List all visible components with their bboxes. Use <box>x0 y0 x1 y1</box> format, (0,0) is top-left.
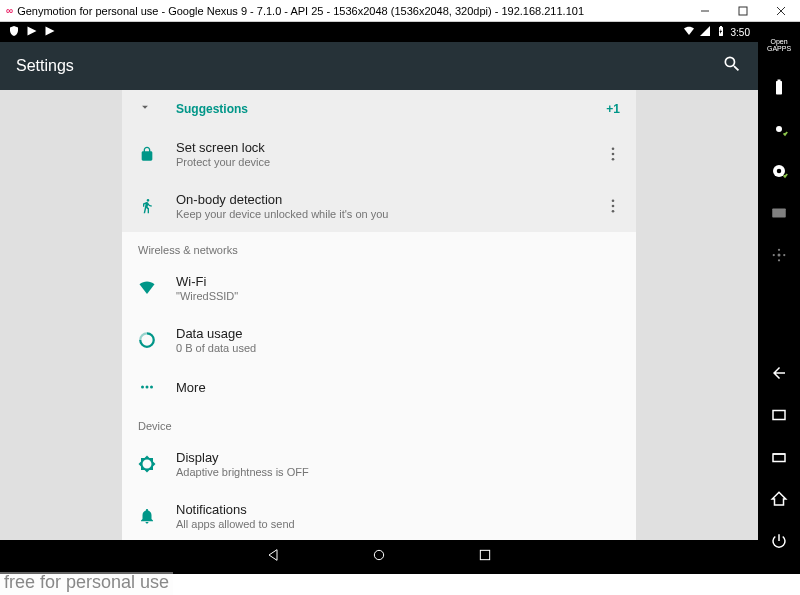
minimize-button[interactable] <box>686 0 724 22</box>
svg-rect-1 <box>739 7 747 15</box>
suggestions-count: +1 <box>606 102 620 116</box>
app-bar: Settings <box>0 42 758 90</box>
maximize-button[interactable] <box>724 0 762 22</box>
data-usage-icon <box>138 331 156 349</box>
camera-tool-icon[interactable] <box>764 156 794 186</box>
battery-tool-icon[interactable] <box>764 72 794 102</box>
setting-notifications[interactable]: Notifications All apps allowed to send <box>122 490 636 540</box>
window-titlebar: ∞ Genymotion for personal use - Google N… <box>0 0 800 22</box>
play-store-icon <box>26 25 38 39</box>
watermark-lo4d: LO4D.com <box>703 575 794 593</box>
close-button[interactable] <box>762 0 800 22</box>
setting-title: Notifications <box>176 502 295 517</box>
svg-point-22 <box>773 254 775 256</box>
walking-person-icon <box>138 197 156 215</box>
setting-data-usage[interactable]: Data usage 0 B of data used <box>122 314 636 366</box>
svg-rect-14 <box>480 550 489 559</box>
android-status-bar: 3:50 <box>0 22 758 42</box>
svg-rect-24 <box>773 411 785 420</box>
svg-point-6 <box>612 158 615 161</box>
chevron-down-icon <box>138 100 156 118</box>
suggestion-subtitle: Keep your device unlocked while it's on … <box>176 208 606 220</box>
suggestion-title: Set screen lock <box>176 140 606 155</box>
download-icon <box>703 575 721 593</box>
suggestion-onbody-detection[interactable]: On-body detection Keep your device unloc… <box>122 180 636 232</box>
back-tool-icon[interactable] <box>764 358 794 388</box>
battery-charging-icon <box>715 25 727 39</box>
setting-title: Data usage <box>176 326 256 341</box>
genymotion-sidebar: Open GAPPS <box>758 22 800 574</box>
suggestions-title: Suggestions <box>176 102 606 116</box>
svg-rect-18 <box>772 209 786 218</box>
svg-point-23 <box>783 254 785 256</box>
svg-point-20 <box>778 249 780 251</box>
setting-subtitle: 0 B of data used <box>176 342 256 354</box>
more-horiz-icon <box>138 378 156 396</box>
recents-button[interactable] <box>477 547 493 567</box>
suggestions-header[interactable]: Suggestions +1 <box>122 90 636 128</box>
settings-list: Suggestions +1 Set screen lock Protect y… <box>122 90 636 540</box>
suggestion-screen-lock[interactable]: Set screen lock Protect your device <box>122 128 636 180</box>
suggestion-title: On-body detection <box>176 192 606 207</box>
setting-subtitle: Adaptive brightness is OFF <box>176 466 309 478</box>
svg-point-21 <box>778 259 780 261</box>
open-gapps-button[interactable]: Open GAPPS <box>764 30 794 60</box>
setting-subtitle: All apps allowed to send <box>176 518 295 530</box>
menu-tool-icon[interactable] <box>764 442 794 472</box>
svg-point-11 <box>146 386 149 389</box>
setting-more[interactable]: More <box>122 366 636 408</box>
svg-point-4 <box>612 147 615 150</box>
search-icon[interactable] <box>722 54 742 78</box>
signal-icon <box>699 25 711 39</box>
setting-title: More <box>176 380 206 395</box>
brightness-icon <box>138 455 156 473</box>
capture-tool-icon[interactable] <box>764 198 794 228</box>
play-store-icon-2 <box>44 25 56 39</box>
svg-point-9 <box>612 210 615 213</box>
svg-point-19 <box>778 254 781 257</box>
setting-display[interactable]: Display Adaptive brightness is OFF <box>122 438 636 490</box>
svg-point-15 <box>776 126 782 132</box>
watermark-free: free for personal use <box>0 572 173 595</box>
back-button[interactable] <box>265 547 281 567</box>
status-time: 3:50 <box>731 27 750 38</box>
android-nav-bar <box>0 540 758 574</box>
svg-point-5 <box>612 153 615 156</box>
svg-point-10 <box>141 386 144 389</box>
setting-title: Wi-Fi <box>176 274 238 289</box>
dpad-tool-icon[interactable] <box>764 240 794 270</box>
svg-point-8 <box>612 205 615 208</box>
shield-icon <box>8 25 20 39</box>
app-title: Settings <box>16 57 722 75</box>
window-title: Genymotion for personal use - Google Nex… <box>17 5 686 17</box>
setting-wifi[interactable]: Wi-Fi "WiredSSID" <box>122 262 636 314</box>
power-tool-icon[interactable] <box>764 526 794 556</box>
section-header-wireless: Wireless & networks <box>122 232 636 262</box>
svg-point-13 <box>374 550 383 559</box>
genymotion-logo-icon: ∞ <box>6 5 13 16</box>
gps-tool-icon[interactable] <box>764 114 794 144</box>
more-vert-icon[interactable] <box>606 147 620 161</box>
home-tool-icon[interactable] <box>764 484 794 514</box>
setting-subtitle: "WiredSSID" <box>176 290 238 302</box>
svg-point-12 <box>150 386 153 389</box>
section-header-device: Device <box>122 408 636 438</box>
recents-tool-icon[interactable] <box>764 400 794 430</box>
wifi-icon <box>138 279 156 297</box>
svg-point-17 <box>777 169 782 174</box>
wifi-status-icon <box>683 25 695 39</box>
setting-title: Display <box>176 450 309 465</box>
android-screen: 3:50 Settings Suggestions +1 Set screen <box>0 22 758 574</box>
more-vert-icon[interactable] <box>606 199 620 213</box>
home-button[interactable] <box>371 547 387 567</box>
bell-icon <box>138 507 156 525</box>
svg-point-7 <box>612 199 615 202</box>
suggestion-subtitle: Protect your device <box>176 156 606 168</box>
lock-icon <box>138 145 156 163</box>
svg-rect-25 <box>773 454 785 462</box>
